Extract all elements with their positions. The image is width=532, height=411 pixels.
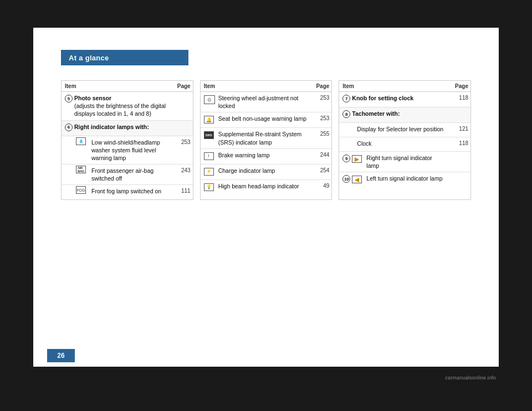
row-label: Knob for setting clock [352,95,413,101]
charge-icon: ⚡ [204,167,216,176]
row-label: Tachometer with: [352,110,400,117]
table-row: ! Brake warning lamp 244 [201,149,332,165]
row-page: 253 [310,92,331,112]
table-1-col-page: Page [172,81,193,91]
table-1-header: Item Page [62,81,193,92]
row-main: 10 ◀ Left turn signal indicator lamp [339,172,449,188]
row-page: 254 [310,165,331,179]
row-text: Seat belt non-usage warning lamp [218,115,308,122]
row-number: 6 [65,124,73,131]
row-number: 10 [342,175,350,183]
row-text: Front passenger air-bag switched off [90,165,172,184]
row-page [449,107,470,122]
row-main: ⊙ Steering wheel ad-justment not locked [201,92,311,112]
table-row: 🔔 Seat belt non-usage warning lamp 253 [201,112,332,128]
table-2-col-item: Item [201,81,311,91]
table-3-col-item: Item [339,81,449,91]
header-label: At a glance [69,54,109,62]
row-page: 243 [172,165,193,184]
row-main: ⚡ Charge indicator lamp [201,165,311,179]
table-2-col-page: Page [310,81,331,91]
table-row: 10 ◀ Left turn signal indicator lamp [339,172,470,188]
page-number: 26 [47,349,75,362]
row-label: Photo sensor [74,95,111,101]
washer-icon: 💧 [76,137,86,145]
left-signal-icon: ◀ [352,174,364,183]
table-row: Clock 118 [339,137,470,152]
table-row: ⚡ Charge indicator lamp 254 [201,165,332,180]
table-1-col-item: Item [62,81,172,91]
airbag-icon: AIRBAG [76,166,86,173]
row-page: 255 [310,128,331,148]
row-text: Right indicator lamps with: [74,123,168,131]
row-text: Steering wheel ad-justment not locked [218,94,308,110]
right-signal-icon: ▶ [352,154,364,163]
row-indent [62,185,76,199]
row-main: 9 ▶ Right turn signal indicator lamp [339,152,449,172]
row-number: 9 [342,155,350,162]
row-page [449,152,470,172]
table-row: SRS Supplemental Re-straint System (SRS)… [201,128,332,148]
table-row: 8 Tachometer with: [339,107,470,123]
row-indent [62,165,76,184]
row-page: 118 [449,92,470,107]
table-row: Display for Selector lever position 121 [339,123,470,137]
table-1: Item Page 5 Photo sensor (adjusts the br… [61,80,193,200]
section-header: At a glance [61,50,188,65]
row-page: 244 [310,149,331,164]
steering-wheel-icon: ⊙ [204,94,216,104]
row-icon: FOG [76,185,88,199]
row-number: 5 [65,95,73,102]
row-icon: AIRBAG [76,165,88,184]
seatbelt-icon: 🔔 [204,115,216,124]
row-text: Tachometer with: [352,110,446,117]
row-page: 49 [310,180,331,196]
row-text: Clock [354,137,449,151]
watermark: carmanualsonline.info [445,375,496,381]
row-text: Photo sensor (adjusts the brightness of … [74,94,168,118]
row-text: Brake warning lamp [218,151,308,159]
table-row: 💡 High beam head-lamp indicator 49 [201,180,332,196]
srs-icon: SRS [204,130,216,139]
row-text: Knob for setting clock [352,94,446,102]
row-icon: 💧 [76,136,88,165]
row-text: Left turn signal indicator lamp [366,174,446,182]
fog-icon: FOG [76,186,86,194]
table-row: 5 Photo sensor (adjusts the brightness o… [62,92,193,121]
table-2: Item Page ⊙ Steering wheel ad-justment n… [200,80,332,200]
row-text: Display for Selector lever position [354,123,449,137]
row-main: 8 Tachometer with: [339,107,449,122]
highbeam-icon: 💡 [204,182,216,191]
row-main: SRS Supplemental Re-straint System (SRS)… [201,128,311,148]
row-page: 118 [449,137,470,151]
row-text: Right turn signal indicator lamp [366,154,446,169]
row-text: Supplemental Re-straint System (SRS) ind… [218,130,308,146]
table-3-col-page: Page [449,81,470,91]
row-page [449,172,470,188]
brake-icon: ! [204,151,216,160]
row-main: 🔔 Seat belt non-usage warning lamp [201,112,311,127]
row-description: (adjusts the brightness of the digital d… [74,102,166,117]
row-page [172,92,193,120]
row-indent [62,136,76,165]
row-text: Charge indicator lamp [218,167,308,174]
row-page: 253 [310,112,331,127]
table-row: AIRBAG Front passenger air-bag switched … [62,165,193,185]
table-row: 9 ▶ Right turn signal indicator lamp [339,152,470,172]
row-page: 111 [172,185,193,199]
row-main: 7 Knob for setting clock [339,92,449,107]
row-label: Right indicator lamps with: [74,124,149,130]
row-main: 💡 High beam head-lamp indicator [201,180,311,196]
table-3-header: Item Page [339,81,470,92]
row-main: ! Brake warning lamp [201,149,311,164]
table-2-header: Item Page [201,81,332,92]
row-main: 5 Photo sensor (adjusts the brightness o… [62,92,172,120]
table-row: 7 Knob for setting clock 118 [339,92,470,107]
row-number: 7 [342,95,350,102]
table-3: Item Page 7 Knob for setting clock 118 8… [339,80,471,200]
row-text: High beam head-lamp indicator [218,182,308,190]
row-page: 253 [172,136,193,165]
tables-container: Item Page 5 Photo sensor (adjusts the br… [61,80,471,200]
row-text: Front fog lamp switched on [90,185,172,199]
row-main: 6 Right indicator lamps with: [62,121,172,136]
